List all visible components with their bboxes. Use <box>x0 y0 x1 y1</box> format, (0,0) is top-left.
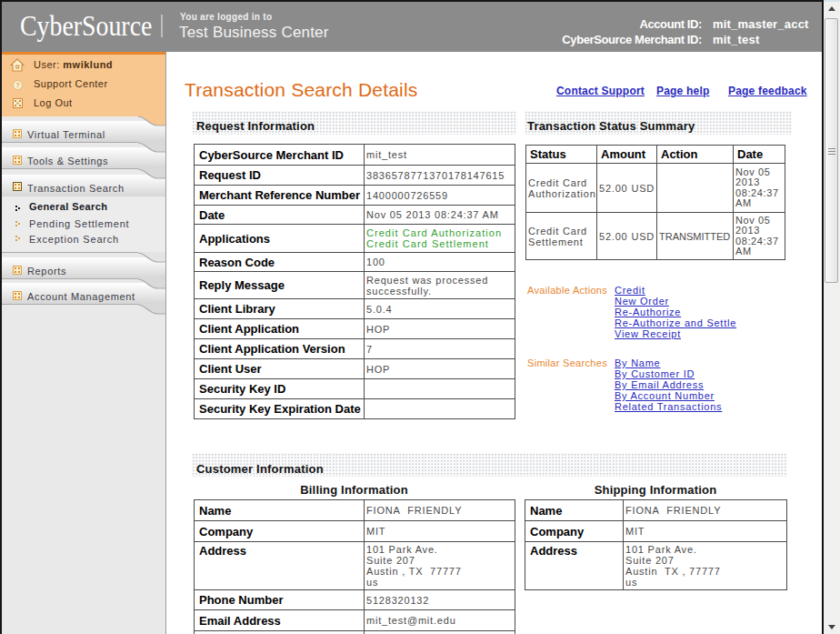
svg-text:?: ? <box>15 81 20 89</box>
